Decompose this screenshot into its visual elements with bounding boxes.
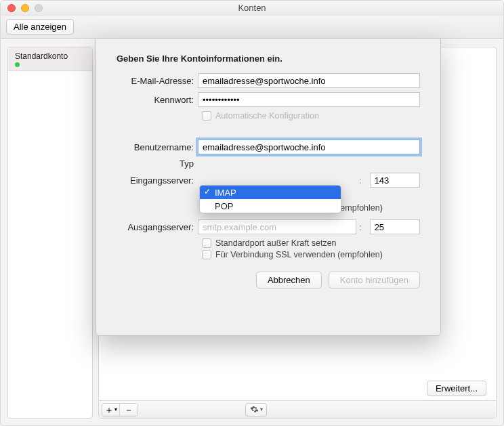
- password-label: Kennwort:: [117, 95, 198, 105]
- username-label: Benutzername:: [117, 142, 198, 152]
- incoming-port-field[interactable]: [370, 173, 420, 188]
- add-account-button[interactable]: ＋▾: [102, 404, 120, 416]
- add-account-confirm-button: Konto hinzufügen: [329, 272, 420, 289]
- password-field[interactable]: [198, 92, 420, 107]
- window-title: Konten: [1, 3, 503, 13]
- advanced-button[interactable]: Erweitert...: [427, 381, 486, 396]
- outgoing-ssl-checkbox[interactable]: [202, 250, 211, 259]
- show-all-button[interactable]: Alle anzeigen: [6, 19, 74, 35]
- status-dot-icon: [15, 62, 20, 67]
- checkmark-icon: ✓: [204, 187, 211, 196]
- email-field[interactable]: [198, 73, 420, 88]
- sidebar-item-label: Standardkonto: [15, 51, 68, 61]
- outgoing-server-field[interactable]: [198, 219, 356, 234]
- type-label: Typ: [117, 158, 198, 169]
- account-setup-sheet: Geben Sie Ihre Kontoinformationen ein. E…: [96, 38, 441, 336]
- outgoing-override-port-checkbox[interactable]: [202, 238, 211, 248]
- actions-menu-button[interactable]: ▾: [245, 403, 267, 417]
- outgoing-ssl-label: Für Verbindung SSL verwenden (empfohlen): [215, 250, 383, 259]
- accounts-sidebar: Standardkonto: [7, 47, 93, 419]
- remove-account-button[interactable]: －: [120, 404, 138, 416]
- auto-config-label: Automatische Konfiguration: [215, 111, 319, 121]
- username-field[interactable]: [198, 140, 420, 154]
- gear-icon: [250, 405, 259, 414]
- type-option-imap[interactable]: ✓ IMAP: [200, 186, 341, 199]
- outgoing-override-port-label: Standardport außer Kraft setzen: [215, 238, 337, 248]
- outgoing-port-field[interactable]: [370, 219, 420, 234]
- email-label: E-Mail-Adresse:: [117, 76, 198, 86]
- incoming-server-label: Eingangsserver:: [117, 175, 198, 186]
- type-dropdown[interactable]: ✓ IMAP POP: [199, 185, 341, 213]
- type-option-pop[interactable]: POP: [200, 199, 341, 213]
- cancel-button[interactable]: Abbrechen: [256, 272, 322, 289]
- sheet-heading: Geben Sie Ihre Kontoinformationen ein.: [117, 54, 420, 64]
- sidebar-item-standardkonto[interactable]: Standardkonto: [8, 47, 92, 71]
- auto-config-checkbox: [202, 111, 211, 121]
- outgoing-server-label: Ausgangsserver:: [117, 222, 198, 232]
